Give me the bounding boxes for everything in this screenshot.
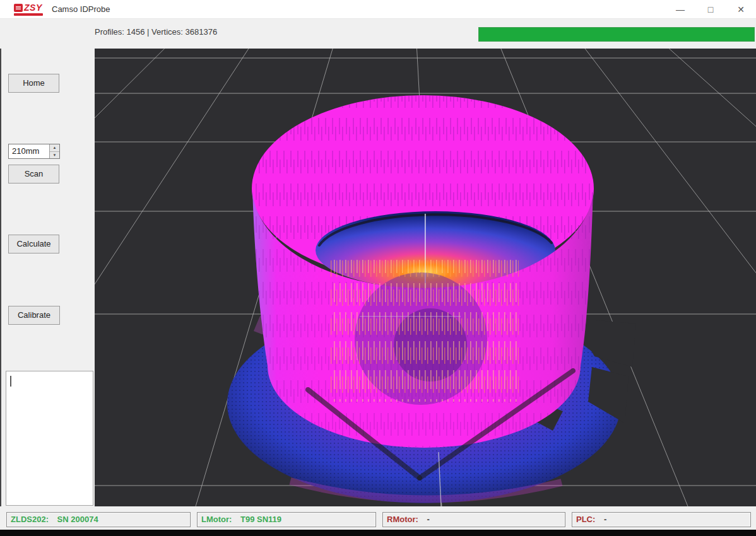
close-button[interactable]: ✕ xyxy=(726,0,756,19)
size-spinner[interactable]: 210mm ▲ ▼ xyxy=(8,144,60,159)
title-bar: ZSY Camso IDProbe — □ ✕ xyxy=(0,0,756,19)
status-value: T99 SN119 xyxy=(240,515,281,524)
spinner-down-icon[interactable]: ▼ xyxy=(50,152,59,159)
size-input[interactable]: 210mm xyxy=(9,144,49,158)
log-textarea[interactable] xyxy=(6,371,93,506)
status-label: PLC: xyxy=(576,515,595,524)
status-label: LMotor: xyxy=(201,515,232,524)
calibrate-button[interactable]: Calibrate xyxy=(8,306,60,325)
profiles-vertices-stats: Profiles: 1456 | Vertices: 3681376 xyxy=(95,27,217,37)
zsy-logo-icon xyxy=(14,4,23,12)
window-left-border xyxy=(0,49,1,530)
app-window: ZSY Camso IDProbe — □ ✕ Profiles: 1456 |… xyxy=(0,0,756,536)
status-label: ZLDS202: xyxy=(11,515,49,524)
progress-bar xyxy=(478,27,755,42)
pointcloud-viewport[interactable] xyxy=(95,49,756,506)
status-box-zlds202: ZLDS202: SN 200074 xyxy=(6,512,191,527)
status-bar: ZLDS202: SN 200074 LMotor: T99 SN119 RMo… xyxy=(0,506,756,530)
maximize-button[interactable]: □ xyxy=(695,0,726,19)
spinner-up-icon[interactable]: ▲ xyxy=(50,144,59,152)
zsy-logo-text: ZSY xyxy=(24,3,42,13)
status-value: SN 200074 xyxy=(57,515,98,524)
status-value: - xyxy=(427,515,429,524)
status-value: - xyxy=(604,515,606,524)
status-box-rmotor: RMotor: - xyxy=(382,512,565,527)
calculate-button[interactable]: Calculate xyxy=(8,235,59,253)
minimize-button[interactable]: — xyxy=(665,0,695,19)
status-box-lmotor: LMotor: T99 SN119 xyxy=(197,512,376,527)
status-box-plc: PLC: - xyxy=(572,512,751,527)
zsy-logo-underline xyxy=(14,13,43,16)
zsy-logo: ZSY xyxy=(14,3,43,16)
home-button[interactable]: Home xyxy=(8,74,59,93)
status-label: RMotor: xyxy=(387,515,418,524)
scan-button[interactable]: Scan xyxy=(8,165,59,184)
window-title: Camso IDProbe xyxy=(52,4,110,14)
window-controls: — □ ✕ xyxy=(665,0,756,19)
progress-bar-fill xyxy=(479,28,754,41)
bottom-black-strip xyxy=(0,530,756,536)
text-cursor xyxy=(10,376,11,387)
